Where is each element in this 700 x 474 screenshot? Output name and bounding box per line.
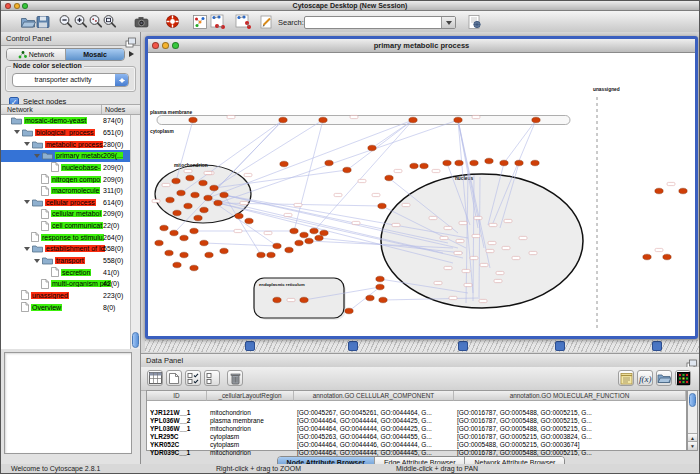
network-node[interactable] bbox=[531, 160, 539, 166]
network-tree-item[interactable]: Overview8(0) bbox=[1, 301, 130, 313]
network-node[interactable] bbox=[165, 250, 173, 256]
network-node[interactable] bbox=[180, 235, 188, 241]
network-node[interactable] bbox=[173, 210, 181, 216]
column-header[interactable]: ID bbox=[147, 391, 207, 401]
expander-icon[interactable] bbox=[24, 247, 30, 254]
tab-network[interactable]: Network bbox=[7, 49, 66, 60]
network-node[interactable] bbox=[643, 254, 651, 260]
column-header[interactable]: _cellularLayoutRegion bbox=[207, 391, 294, 401]
network-node[interactable] bbox=[325, 160, 333, 166]
close-network-icon[interactable] bbox=[152, 42, 159, 49]
network-node[interactable] bbox=[273, 297, 281, 303]
network-tree-item[interactable]: transport558(0) bbox=[1, 255, 130, 267]
network-node[interactable] bbox=[532, 117, 540, 123]
layout-edges-icon[interactable] bbox=[235, 14, 251, 30]
matrix-icon[interactable] bbox=[675, 370, 691, 386]
network-tree-item[interactable]: unassigned223(0) bbox=[1, 290, 130, 302]
zoom-in-icon[interactable] bbox=[73, 14, 89, 30]
network-node[interactable] bbox=[200, 240, 208, 246]
network-node[interactable] bbox=[420, 163, 428, 169]
network-node[interactable] bbox=[385, 175, 393, 181]
help-icon[interactable] bbox=[165, 14, 181, 30]
network-node[interactable] bbox=[273, 243, 281, 249]
attribute-table-row[interactable]: YPL036W__2plasma membrane[GO:0044464, GO… bbox=[147, 417, 686, 425]
network-node[interactable] bbox=[290, 228, 298, 234]
network-node[interactable] bbox=[310, 228, 318, 234]
network-node[interactable] bbox=[454, 117, 462, 123]
network-node[interactable] bbox=[204, 195, 212, 201]
table-mode-icon[interactable] bbox=[147, 370, 163, 386]
birdseye-view[interactable] bbox=[4, 352, 132, 454]
annotation-icon[interactable] bbox=[259, 14, 275, 30]
select-attributes-icon[interactable] bbox=[185, 370, 201, 386]
network-node[interactable] bbox=[409, 117, 417, 123]
network-tree-item[interactable]: biological_process651(0) bbox=[1, 127, 130, 139]
network-node[interactable] bbox=[184, 203, 192, 209]
network-node[interactable] bbox=[366, 295, 374, 301]
search-dropdown-icon[interactable] bbox=[441, 17, 455, 28]
network-node[interactable] bbox=[443, 160, 451, 166]
network-node[interactable] bbox=[368, 145, 376, 151]
network-node[interactable] bbox=[410, 163, 418, 169]
expander-icon[interactable] bbox=[14, 130, 20, 137]
more-tabs-icon[interactable] bbox=[128, 48, 137, 61]
network-node[interactable] bbox=[180, 252, 188, 258]
network-node[interactable] bbox=[305, 238, 313, 244]
column-header[interactable]: annotation.GO CELLULAR_COMPONENT bbox=[294, 391, 454, 401]
attribute-table-row[interactable]: YLR295Ccytoplasm[GO:0045263, GO:0044464,… bbox=[147, 433, 686, 441]
network-node[interactable] bbox=[280, 161, 288, 167]
network-node[interactable] bbox=[343, 167, 351, 173]
network-node[interactable] bbox=[378, 203, 386, 209]
network-tree-item[interactable]: secretion41(0) bbox=[1, 266, 130, 278]
network-node[interactable] bbox=[170, 230, 178, 236]
window-titlebar[interactable]: Cytoscape Desktop (New Session) bbox=[1, 1, 699, 11]
zoom-window-icon[interactable] bbox=[22, 3, 28, 9]
network-node[interactable] bbox=[315, 235, 323, 241]
function-builder-icon[interactable]: f(x) bbox=[637, 370, 653, 386]
network-node[interactable] bbox=[319, 117, 327, 123]
network-node[interactable] bbox=[186, 175, 194, 181]
network-tree-item[interactable]: cellular metabol209(0) bbox=[1, 208, 130, 220]
expander-icon[interactable] bbox=[34, 259, 40, 266]
network-node[interactable] bbox=[210, 185, 218, 191]
network-overview-icon[interactable] bbox=[192, 14, 208, 30]
node-color-combobox[interactable]: transporter activity bbox=[12, 73, 129, 87]
network-node[interactable] bbox=[267, 252, 275, 258]
minimize-window-icon[interactable] bbox=[14, 3, 20, 9]
network-node[interactable] bbox=[379, 297, 387, 303]
network-tree-item[interactable]: macromolecule311(0) bbox=[1, 185, 130, 197]
network-node[interactable] bbox=[191, 192, 199, 198]
search-combobox[interactable] bbox=[304, 16, 456, 29]
network-node[interactable] bbox=[300, 297, 308, 303]
network-node[interactable] bbox=[295, 240, 303, 246]
expander-icon[interactable] bbox=[24, 200, 30, 207]
network-node[interactable] bbox=[663, 254, 671, 260]
network-tree-item[interactable]: establishment of lo558(0) bbox=[1, 243, 130, 255]
unselect-attributes-icon[interactable] bbox=[204, 370, 220, 386]
combo-steppers-icon[interactable] bbox=[115, 74, 128, 86]
layout-nodes-icon[interactable] bbox=[210, 14, 226, 30]
network-node[interactable] bbox=[220, 248, 228, 254]
network-node[interactable] bbox=[515, 160, 523, 166]
network-node[interactable] bbox=[500, 160, 508, 166]
attribute-table-row[interactable]: YKR052Ccytoplasm[GO:0044464, GO:0044446,… bbox=[147, 441, 686, 449]
snapshot-icon[interactable] bbox=[134, 14, 150, 30]
network-node[interactable] bbox=[214, 200, 222, 206]
nodes-column-header[interactable]: Nodes bbox=[105, 106, 125, 113]
network-node[interactable] bbox=[245, 218, 253, 224]
network-node[interactable] bbox=[205, 252, 213, 258]
network-node[interactable] bbox=[190, 228, 198, 234]
network-node[interactable] bbox=[257, 252, 265, 258]
close-window-icon[interactable] bbox=[5, 3, 11, 9]
tab-mosaic[interactable]: Mosaic bbox=[66, 49, 124, 60]
network-node[interactable] bbox=[470, 160, 478, 166]
network-node[interactable] bbox=[199, 180, 207, 186]
network-node[interactable] bbox=[320, 230, 328, 236]
network-view-window[interactable]: primary metabolic process plasma membran… bbox=[145, 36, 698, 339]
network-node[interactable] bbox=[173, 262, 181, 268]
network-node[interactable] bbox=[300, 232, 308, 238]
network-node[interactable] bbox=[166, 197, 174, 203]
attribute-batch-icon[interactable] bbox=[467, 14, 483, 30]
network-node[interactable] bbox=[376, 284, 384, 290]
zoom-out-icon[interactable] bbox=[58, 14, 74, 30]
